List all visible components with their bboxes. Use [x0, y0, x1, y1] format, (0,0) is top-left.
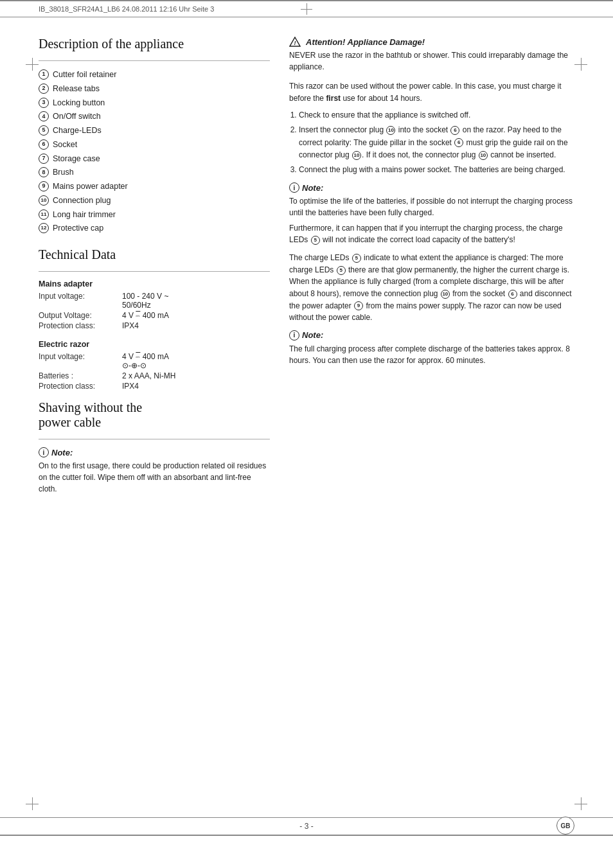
list-item: 7 Storage case [39, 153, 270, 165]
item-label-3: Locking button [53, 97, 105, 109]
description-list: 1 Cutter foil retainer 2 Release tabs 3 … [39, 69, 270, 235]
list-item: 8 Brush [39, 166, 270, 179]
list-item: 5 Charge-LEDs [39, 125, 270, 137]
note3-title-strong: Note: [302, 330, 323, 340]
mains-input-value: 100 - 240 V ~50/60Hz [122, 291, 270, 310]
list-item: 1 Cutter foil retainer [39, 69, 270, 81]
electric-razor-title: Electric razor [39, 340, 270, 349]
warning-box: ! Attention! Appliance Damage! NEVER use… [289, 37, 574, 73]
item-num-5: 5 [39, 125, 49, 136]
cn-5c: 5 [337, 266, 346, 275]
technical-data-title: Technical Data [39, 247, 270, 262]
list-item: 4 On/Off switch [39, 111, 270, 123]
table-row: Output Voltage: 4 V ⎓ 400 mA [39, 310, 270, 321]
corner-crosshair-tr [574, 58, 587, 71]
note3-title: i Note: [289, 330, 574, 341]
item-num-11: 11 [39, 209, 49, 220]
header-strip: IB_38018_SFR24A1_LB6 24.08.2011 12:16 Uh… [0, 0, 613, 17]
header-crosshair [301, 3, 312, 15]
body-text-1: This razor can be used without the power… [289, 80, 574, 104]
item-label-7: Storage case [53, 153, 100, 165]
step-2: Insert the connector plug 10 into the so… [299, 124, 574, 161]
note1-box: i Note: On to the first usage, there cou… [39, 447, 270, 495]
list-item: 12 Protective cap [39, 222, 270, 235]
item-num-4: 4 [39, 111, 49, 121]
mains-input-label: Input voltage: [39, 291, 122, 310]
item-label-4: On/Off switch [53, 111, 101, 123]
corner-crosshair-br [574, 797, 587, 810]
electric-razor-table: Input voltage: 4 V ⎓ 400 mA⊙-⊕-⊙ Batteri… [39, 351, 270, 391]
note2-box: i Note: To optimise the life of the batt… [289, 182, 574, 245]
cn-9a: 9 [354, 301, 363, 310]
razor-batteries-label: Batteries : [39, 371, 122, 381]
warning-text: NEVER use the razor in the bathtub or sh… [289, 49, 574, 73]
razor-input-label: Input voltage: [39, 351, 122, 371]
item-label-1: Cutter foil retainer [53, 69, 116, 81]
note1-title-text: Note: [51, 448, 73, 457]
razor-input-value: 4 V ⎓ 400 mA⊙-⊕-⊙ [122, 351, 270, 371]
corner-crosshair-tl [26, 58, 39, 71]
shaving-title: Shaving without thepower cable [39, 400, 270, 430]
item-label-11: Long hair trimmer [53, 209, 116, 221]
body-text-2: The charge LEDs 5 indicate to what exten… [289, 252, 574, 324]
cn-6b: 6 [454, 138, 463, 147]
item-label-9: Mains power adapter [53, 181, 128, 193]
item-num-9: 9 [39, 181, 49, 191]
cn-6c: 6 [508, 290, 517, 299]
mains-protection-label: Protection class: [39, 321, 122, 331]
note2-title: i Note: [289, 182, 574, 193]
note2-title-text: Note: [302, 183, 323, 193]
cn-6a: 6 [450, 126, 459, 135]
shaving-divider [39, 439, 270, 439]
list-item: 2 Release tabs [39, 83, 270, 95]
warning-triangle-icon: ! [289, 37, 301, 47]
item-label-6: Socket [53, 139, 77, 151]
footer-strip: - 3 - [0, 817, 613, 836]
main-content: Description of the appliance 1 Cutter fo… [0, 30, 613, 508]
note3-box: i Note: The full charging process after … [289, 330, 574, 366]
table-row: Protection class: IPX4 [39, 381, 270, 391]
mains-protection-value: IPX4 [122, 321, 270, 331]
item-num-8: 8 [39, 167, 49, 177]
cn-10c: 10 [479, 151, 488, 160]
item-num-7: 7 [39, 154, 49, 164]
item-label-10: Connection plug [53, 195, 111, 207]
corner-crosshair-bl [26, 797, 39, 810]
cn-10a: 10 [386, 126, 395, 135]
item-num-2: 2 [39, 84, 49, 94]
description-divider [39, 60, 270, 61]
note3-title-text: Note: [302, 330, 323, 340]
page-container: IB_38018_SFR24A1_LB6 24.08.2011 12:16 Uh… [0, 0, 613, 868]
note2-text: To optimise the life of the batteries, i… [289, 195, 574, 218]
warning-title-strong: Attention! Appliance Damage! [306, 37, 425, 47]
item-label-2: Release tabs [53, 83, 100, 95]
svg-text:!: ! [294, 40, 296, 46]
note1-title: i Note: [39, 447, 270, 457]
list-item: 3 Locking button [39, 97, 270, 109]
table-row: Batteries : 2 x AAA, Ni-MH [39, 371, 270, 381]
list-item: 10 Connection plug [39, 195, 270, 207]
item-num-10: 10 [39, 195, 49, 206]
item-label-12: Protective cap [53, 222, 103, 235]
item-num-1: 1 [39, 69, 49, 80]
warning-title-text: Attention! Appliance Damage! [306, 37, 425, 47]
list-item: 11 Long hair trimmer [39, 209, 270, 221]
list-item: 6 Socket [39, 139, 270, 151]
table-row: Protection class: IPX4 [39, 321, 270, 331]
info-icon-1: i [39, 447, 49, 457]
cn-5b: 5 [352, 254, 361, 263]
header-text: IB_38018_SFR24A1_LB6 24.08.2011 12:16 Uh… [39, 5, 214, 13]
note1-text: On to the first usage, there could be pr… [39, 460, 270, 495]
table-row: Input voltage: 4 V ⎓ 400 mA⊙-⊕-⊙ [39, 351, 270, 371]
note2-title-strong: Note: [302, 183, 323, 193]
mains-adapter-title: Mains adapter [39, 279, 270, 288]
razor-protection-value: IPX4 [122, 381, 270, 391]
item-label-8: Brush [53, 166, 74, 179]
step-3: Connect the plug with a mains power sock… [299, 164, 574, 176]
razor-batteries-value: 2 x AAA, Ni-MH [122, 371, 270, 381]
item-num-3: 3 [39, 98, 49, 108]
item-num-6: 6 [39, 139, 49, 150]
table-row: Input voltage: 100 - 240 V ~50/60Hz [39, 291, 270, 310]
right-column: ! Attention! Appliance Damage! NEVER use… [289, 37, 574, 501]
item-num-12: 12 [39, 223, 49, 233]
